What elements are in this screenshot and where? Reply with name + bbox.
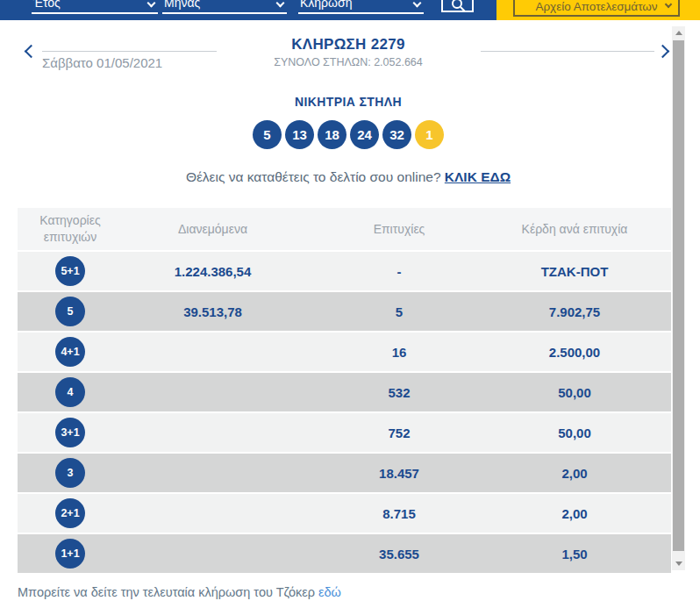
search-icon <box>451 0 467 13</box>
results-table: Κατηγορίες επιτυχιών Διανεμόμενα Επιτυχί… <box>18 208 671 573</box>
archive-results-label: Αρχείο Αποτελεσμάτων <box>535 0 657 13</box>
table-row: 5 39.513,78 5 7.902,75 <box>18 290 671 331</box>
table-row: 3+1 752 50,00 <box>18 411 671 452</box>
click-here-link[interactable]: ΚΛΙΚ ΕΔΩ <box>445 169 511 184</box>
winning-column-heading: ΝΙΚΗΤΡΙΑ ΣΤΗΛΗ <box>0 95 696 109</box>
cell-winners: 752 <box>303 426 496 440</box>
online-prompt-text: Θέλεις να καταθέτεις το δελτίο σου onlin… <box>186 169 441 184</box>
draw-date: Σάββατο 01/05/2021 <box>42 55 162 70</box>
number-ball: 32 <box>382 120 411 149</box>
category-badge: 4 <box>55 377 85 407</box>
filter-bar-blue: Έτος Μήνας Κλήρωση <box>0 0 496 20</box>
table-row: 3 18.457 2,00 <box>18 452 671 492</box>
table-row: 5+1 1.224.386,54 - ΤΖΑΚ-ΠΟΤ <box>18 250 671 290</box>
header-winners: Επιτυχίες <box>303 222 496 236</box>
online-prompt: Θέλεις να καταθέτεις το δελτίο σου onlin… <box>0 169 696 185</box>
search-button[interactable] <box>441 0 474 12</box>
category-badge: 5+1 <box>55 256 85 286</box>
scroll-up-button[interactable] <box>672 26 685 39</box>
cell-winners: - <box>303 264 496 279</box>
number-ball: 24 <box>350 120 379 149</box>
chevron-down-icon <box>413 0 422 7</box>
header-category: Κατηγορίες επιτυχιών <box>18 212 123 246</box>
header-prize: Κέρδη ανά επιτυχία <box>496 222 671 236</box>
number-ball: 13 <box>285 120 314 149</box>
cell-prize: 2.500,00 <box>496 345 671 360</box>
table-row: 1+1 35.655 1,50 <box>18 533 671 573</box>
table-header-row: Κατηγορίες επιτυχιών Διανεμόμενα Επιτυχί… <box>18 208 671 250</box>
winning-numbers: 5 13 18 24 32 1 <box>0 120 696 149</box>
archive-results-button[interactable]: Αρχείο Αποτελεσμάτων <box>513 0 680 17</box>
header-distributed: Διανεμόμενα <box>123 222 303 236</box>
draw-title: ΚΛΗΡΩΣΗ 2279 <box>0 36 696 54</box>
cell-prize: 7.902,75 <box>496 304 671 319</box>
footer-text: Μπορείτε να δείτε την τελευταία κλήρωση … <box>18 585 315 599</box>
dropdown-underline <box>32 12 158 14</box>
cell-prize: 2,00 <box>496 506 671 521</box>
joker-ball: 1 <box>415 120 444 149</box>
category-badge: 1+1 <box>55 539 85 569</box>
cell-winners: 5 <box>303 304 496 319</box>
cell-prize: 1,50 <box>496 547 671 562</box>
cell-distributed: 1.224.386,54 <box>123 264 303 279</box>
latest-draw-link[interactable]: εδώ <box>318 585 341 599</box>
dropdown-underline <box>162 12 287 14</box>
category-badge: 3+1 <box>55 418 85 447</box>
chevron-down-icon <box>276 0 285 7</box>
chevron-down-icon <box>147 0 156 7</box>
month-dropdown-label: Μήνας <box>164 0 200 10</box>
footer-note: Μπορείτε να δείτε την τελευταία κλήρωση … <box>18 585 341 599</box>
draw-dropdown-label: Κλήρωση <box>300 0 352 10</box>
draw-dropdown[interactable]: Κλήρωση <box>298 0 424 20</box>
table-row: 4+1 16 2.500,00 <box>18 331 671 371</box>
filter-bar: Έτος Μήνας Κλήρωση Αρχείο Αποτελεσμάτων <box>0 0 700 20</box>
number-ball: 18 <box>318 120 346 149</box>
cell-winners: 16 <box>303 345 496 360</box>
scroll-down-button[interactable] <box>672 557 685 570</box>
month-dropdown[interactable]: Μήνας <box>162 0 287 20</box>
category-badge: 3 <box>55 458 85 488</box>
cell-winners: 532 <box>303 385 496 400</box>
cell-winners: 35.655 <box>303 547 496 562</box>
cell-prize: ΤΖΑΚ-ΠΟΤ <box>496 264 671 279</box>
cell-prize: 50,00 <box>496 385 671 400</box>
category-badge: 5 <box>55 297 85 326</box>
year-dropdown[interactable]: Έτος <box>32 0 158 20</box>
cell-prize: 2,00 <box>496 466 671 481</box>
number-ball: 5 <box>253 120 282 149</box>
chevron-down-icon <box>665 1 672 8</box>
arrow-up-icon <box>675 31 682 35</box>
scrollbar[interactable] <box>672 26 685 570</box>
table-row: 4 532 50,00 <box>18 371 671 411</box>
category-badge: 2+1 <box>55 498 85 528</box>
cell-winners: 8.715 <box>303 506 496 521</box>
year-dropdown-label: Έτος <box>33 0 61 10</box>
cell-prize: 50,00 <box>496 426 671 440</box>
category-badge: 4+1 <box>55 337 85 367</box>
scrollbar-thumb[interactable] <box>673 40 684 551</box>
dropdown-underline <box>298 12 424 14</box>
cell-distributed: 39.513,78 <box>123 304 303 319</box>
cell-winners: 18.457 <box>303 466 496 481</box>
table-row: 2+1 8.715 2,00 <box>18 492 671 533</box>
arrow-down-icon <box>675 562 682 566</box>
